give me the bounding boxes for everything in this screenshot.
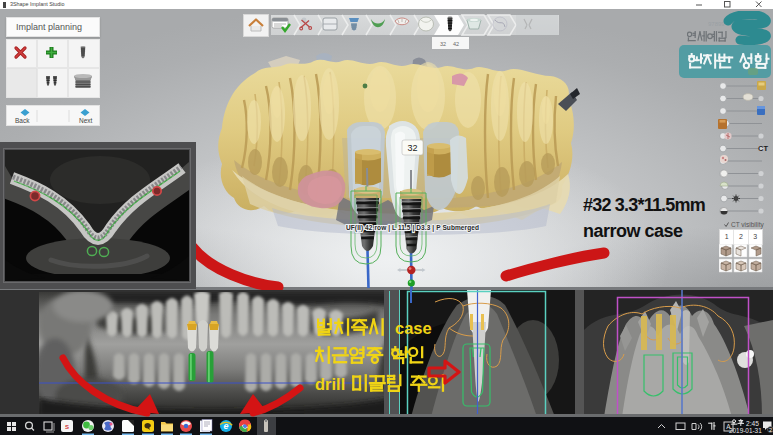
svg-text:2: 2	[769, 427, 772, 433]
svg-text:CT: CT	[758, 144, 768, 153]
svg-text:42: 42	[453, 41, 459, 47]
svg-text:drill: drill	[315, 375, 345, 393]
svg-text:32: 32	[440, 41, 446, 47]
svg-text:2:45: 2:45	[746, 420, 759, 427]
svg-text:S: S	[65, 424, 69, 430]
svg-text:32: 32	[407, 143, 417, 153]
svg-text:2019-01-31: 2019-01-31	[729, 427, 762, 434]
svg-text:CT visibility: CT visibility	[731, 221, 764, 229]
svg-text:case: case	[395, 319, 432, 337]
